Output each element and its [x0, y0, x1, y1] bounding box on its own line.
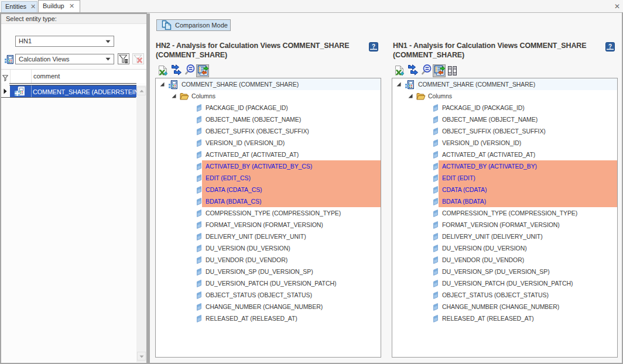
svg-text:?: ?	[608, 43, 612, 50]
svg-text:?: ?	[372, 43, 375, 50]
